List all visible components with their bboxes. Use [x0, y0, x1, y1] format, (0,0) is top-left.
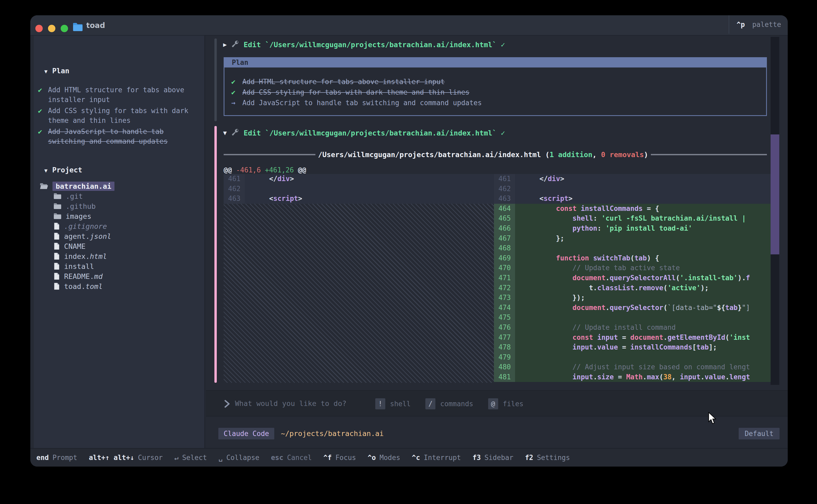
tree-item-agent.[interactable]: agent.jsonl	[54, 231, 111, 241]
key-badge: !	[375, 398, 385, 409]
code-token: /	[273, 175, 277, 183]
plan-panel-task-text: Add JavaScript to handle tab switching a…	[242, 98, 482, 108]
code-line: const installCommands = {	[515, 204, 771, 214]
sidebar-section-plan[interactable]: ▼Plan	[44, 67, 69, 75]
code-token: const	[556, 205, 581, 212]
edit-tool-header-collapsed[interactable]: ▶ Edit `/Users/willmcgugan/projects/batr…	[223, 40, 505, 50]
code-token: div	[277, 175, 290, 183]
plan-task-list: ✔Add HTML structure for tabs above insta…	[38, 85, 200, 148]
tree-item-batrachian.ai[interactable]: batrachian.ai	[40, 181, 114, 191]
tree-item-.gitignore[interactable]: .gitignore	[54, 221, 107, 231]
footer-binding-settings[interactable]: f2Settings	[525, 454, 570, 462]
code-token: lengt	[729, 373, 750, 381]
code-line	[515, 313, 771, 323]
chevron-right-icon	[224, 399, 230, 410]
zoom-button[interactable]	[61, 25, 68, 32]
code-token	[523, 274, 573, 282]
code-token	[523, 214, 573, 222]
tree-item-index.[interactable]: index.html	[54, 251, 107, 261]
scrollbar-thumb[interactable]	[771, 134, 779, 254]
plan-task[interactable]: ✔Add CSS styling for tabs with dark them…	[38, 106, 200, 125]
key-label: f3	[473, 454, 481, 462]
code-token: script	[273, 195, 298, 202]
close-button[interactable]	[35, 25, 43, 32]
code-token: ,	[672, 373, 680, 381]
code-token: python	[573, 224, 597, 232]
key-label: ↵	[174, 454, 178, 462]
edit-header-label: Edit `/Users/willmcgugan/projects/batrac…	[244, 41, 497, 49]
check-icon: ✔	[38, 106, 48, 125]
code-line: document.querySelector(`[data-tab="${tab…	[515, 303, 771, 313]
tree-item-install[interactable]: install	[54, 261, 94, 271]
code-token: input	[573, 343, 593, 351]
tree-item-images[interactable]: images	[54, 211, 91, 221]
diff-row: 474 document.querySelector(`[data-tab="$…	[494, 303, 771, 313]
code-token: =	[618, 333, 630, 341]
code-token: max	[647, 373, 659, 381]
code-token: <	[253, 195, 273, 202]
code-token: tab	[635, 254, 647, 262]
sidebar-section-project[interactable]: ▼Project	[44, 166, 82, 174]
footer-binding-select[interactable]: ↵Select	[174, 454, 207, 462]
key-label: esc	[271, 454, 283, 462]
footer-binding-cancel[interactable]: escCancel	[271, 454, 312, 462]
line-number: 470	[494, 263, 515, 273]
diff-row: 465 shell: 'curl -fsSL batrachian.ai/ins…	[494, 214, 771, 224]
line-number: 464	[494, 204, 515, 214]
code-token: .	[606, 274, 610, 282]
agent-badge: Claude Code	[218, 428, 274, 439]
line-number: 462	[224, 184, 245, 194]
code-line: });	[515, 293, 771, 303]
code-token: .	[663, 333, 668, 341]
line-number: 478	[494, 342, 515, 352]
tree-item-.git[interactable]: .git	[54, 191, 83, 201]
scrollbar-track[interactable]	[771, 37, 779, 385]
code-token: (	[725, 333, 729, 341]
plan-task[interactable]: ✔Add JavaScript to handle tab switching …	[38, 127, 200, 146]
code-line: shell: 'curl -fsSL batrachian.ai/install…	[515, 214, 771, 224]
footer-binding-modes[interactable]: ^oModes	[367, 454, 400, 462]
footer-binding-focus[interactable]: ^fFocus	[323, 454, 356, 462]
mode-badge: Default	[739, 428, 780, 439]
code-token: remove	[639, 284, 663, 292]
folder-icon	[54, 203, 61, 210]
code-token: '.install-tab'	[680, 274, 738, 282]
tree-item-toad.[interactable]: toad.toml	[54, 281, 103, 291]
line-number: 481	[494, 372, 515, 382]
plan-task[interactable]: ✔Add HTML structure for tabs above insta…	[38, 85, 200, 105]
code-line: python: 'pip install toad-ai'	[515, 224, 771, 234]
tree-item-CNAME[interactable]: CNAME	[54, 241, 85, 251]
diff-row: 478 input.value = installCommands[tab];	[494, 342, 771, 352]
line-number: 467	[494, 234, 515, 244]
action-label: Settings	[537, 454, 570, 462]
code-token: ];	[709, 343, 717, 351]
footer-binding-sidebar[interactable]: f3Sidebar	[473, 454, 514, 462]
code-token: installCommands	[581, 205, 643, 212]
footer-binding-interrupt[interactable]: ^cInterrupt	[412, 454, 461, 462]
key-label: ^o	[367, 454, 376, 462]
code-token: tab	[697, 343, 709, 351]
diff-row: 461 </div>	[494, 174, 771, 184]
input-hint-shell: !shell	[375, 398, 411, 409]
code-token: // Update install command	[523, 323, 676, 331]
code-token: .	[700, 373, 705, 381]
code-token: /	[544, 175, 548, 183]
edit-tool-header-expanded[interactable]: ▼ Edit `/Users/willmcgugan/projects/batr…	[223, 128, 505, 138]
action-label: Cursor	[138, 454, 163, 462]
plan-panel-task: →Add JavaScript to handle tab switching …	[231, 98, 766, 108]
footer-binding-cursor[interactable]: alt+↑ alt+↓Cursor	[89, 454, 163, 462]
plan-panel-task-text: Add HTML structure for tabs above instal…	[242, 76, 445, 87]
palette-shortcut[interactable]: ^ppalette	[729, 15, 781, 34]
code-token	[523, 254, 556, 262]
tree-item-label: install	[64, 262, 94, 270]
tree-item-README.[interactable]: README.md	[54, 271, 103, 281]
edit-header-label: Edit `/Users/willmcgugan/projects/batrac…	[244, 129, 497, 137]
footer-binding-collapse[interactable]: ␣Collapse	[219, 454, 259, 462]
tree-item-label-ext: md	[94, 272, 103, 280]
code-token: shell	[573, 214, 593, 222]
footer-binding-prompt[interactable]: endPrompt	[36, 454, 77, 462]
command-input[interactable]	[234, 396, 371, 410]
action-label: Prompt	[52, 454, 77, 462]
tree-item-.github[interactable]: .github	[54, 201, 96, 211]
minimize-button[interactable]	[48, 25, 55, 32]
